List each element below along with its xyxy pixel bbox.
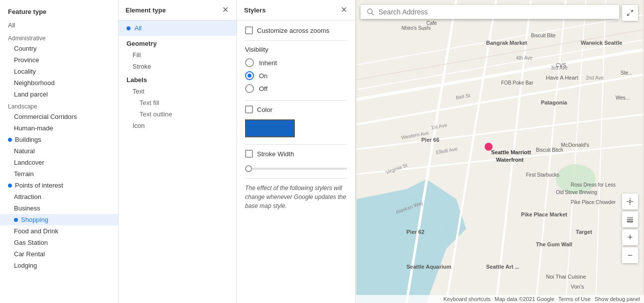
element-section-geometry: Geometry (119, 36, 237, 49)
stroke-width-range[interactable] (245, 168, 347, 170)
svg-point-56 (368, 9, 372, 13)
stroke-width-slider-container (245, 164, 347, 171)
feature-item-food-drink[interactable]: Food and Drink (0, 225, 118, 237)
svg-text:Von's: Von's (571, 284, 584, 290)
svg-text:Pike Place Chowder: Pike Place Chowder (571, 200, 616, 205)
stylers-content: Customize across zooms Visibility Inheri… (237, 20, 355, 216)
feature-item-points-of-interest[interactable]: Points of interest (0, 180, 118, 191)
svg-rect-67 (627, 221, 633, 222)
stylers-panel-header: Stylers ✕ (237, 0, 355, 20)
feature-item-province[interactable]: Province (0, 54, 118, 66)
svg-text:Pier 62: Pier 62 (406, 229, 424, 235)
layers-button[interactable] (622, 211, 638, 227)
divider-2 (245, 100, 347, 101)
svg-point-60 (629, 201, 631, 202)
color-checkbox[interactable] (245, 105, 253, 113)
svg-text:Waterfront: Waterfront (496, 157, 524, 163)
feature-item-landcover[interactable]: Landcover (0, 157, 118, 168)
stroke-width-checkbox[interactable] (245, 150, 253, 158)
keyboard-shortcuts[interactable]: Keyboard shortcuts (443, 296, 491, 302)
zoom-out-button[interactable]: − (622, 247, 638, 263)
stroke-width-label: Stroke Width (257, 150, 294, 158)
svg-rect-65 (627, 217, 633, 218)
svg-text:FOB Poke Bar: FOB Poke Bar (501, 80, 533, 86)
stroke-width-row: Stroke Width (245, 150, 347, 158)
map-footer: Keyboard shortcuts Map data ©2021 Google… (356, 295, 644, 303)
map-area[interactable]: 4th Ave 3rd Ave 2nd Ave Western Ave 1st … (356, 0, 644, 303)
radio-off[interactable]: Off (245, 84, 347, 93)
svg-text:Bangrak Market: Bangrak Market (486, 40, 527, 46)
feature-item-locality[interactable]: Locality (0, 66, 118, 77)
radio-on[interactable]: On (245, 71, 347, 80)
feature-item-car-rental[interactable]: Car Rental (0, 248, 118, 260)
stylers-panel-close[interactable]: ✕ (340, 5, 348, 15)
feature-item-gas-station[interactable]: Gas Station (0, 237, 118, 248)
svg-text:CVS: CVS (556, 63, 566, 68)
element-item-text-outline[interactable]: Text outline (119, 108, 237, 120)
color-swatch-container[interactable] (245, 119, 347, 137)
divider-4 (245, 178, 347, 179)
feature-all[interactable]: All (0, 18, 118, 32)
customize-zooms-label: Customize across zooms (257, 27, 329, 34)
element-item-icon[interactable]: Icon (119, 120, 237, 131)
feature-item-human-made[interactable]: Human-made (0, 122, 118, 134)
customize-zooms-row: Customize across zooms (245, 26, 347, 34)
stylers-panel: Stylers ✕ Customize across zooms Visibil… (237, 0, 356, 303)
feature-item-terrain[interactable]: Terrain (0, 168, 118, 180)
element-item-text-fill[interactable]: Text fill (119, 97, 237, 108)
feature-item-commercial-corridors[interactable]: Commercial Corridors (0, 111, 118, 122)
svg-text:Cafe: Cafe (426, 20, 437, 26)
radio-circle-off (245, 84, 254, 93)
feature-item-country[interactable]: Country (0, 43, 118, 54)
feature-item-attraction[interactable]: Attraction (0, 191, 118, 202)
element-type-panel: Element type ✕ All Geometry Fill Stroke … (119, 0, 237, 303)
search-input[interactable] (379, 8, 613, 16)
color-row: Color (245, 105, 347, 113)
feature-type-panel: Feature type All Administrative Country … (0, 0, 119, 303)
stylers-panel-title: Stylers (244, 6, 265, 14)
svg-point-55 (485, 143, 493, 151)
shopping-dot (14, 218, 18, 222)
element-item-fill[interactable]: Fill (119, 49, 237, 61)
feature-item-shopping[interactable]: Shopping (0, 214, 118, 225)
element-panel-header: Element type ✕ (119, 0, 237, 20)
divider-1 (245, 40, 347, 41)
svg-text:4th Ave: 4th Ave (516, 55, 533, 61)
color-swatch[interactable] (245, 119, 295, 137)
stylers-note: The effect of the following stylers will… (245, 184, 347, 210)
feature-item-land-parcel[interactable]: Land parcel (0, 89, 118, 100)
element-all-item[interactable]: All (119, 20, 237, 36)
map-container[interactable]: 4th Ave 3rd Ave 2nd Ave Western Ave 1st … (356, 0, 644, 303)
map-search-bar[interactable] (361, 5, 619, 19)
element-item-stroke[interactable]: Stroke (119, 61, 237, 72)
svg-text:Ross Dress for Less: Ross Dress for Less (571, 182, 616, 188)
map-controls: + − (622, 194, 638, 263)
radio-label-inherit: Inherit (259, 59, 277, 67)
feature-section-administrative: Administrative (0, 32, 118, 43)
svg-text:Warwick Seattle: Warwick Seattle (581, 40, 622, 46)
svg-text:Noi Thai Cuisine: Noi Thai Cuisine (546, 274, 586, 280)
customize-zooms-checkbox[interactable] (245, 26, 253, 34)
feature-item-natural[interactable]: Natural (0, 145, 118, 157)
svg-text:Seattle Aquarium: Seattle Aquarium (406, 264, 451, 270)
svg-text:Nhiro's Sushi: Nhiro's Sushi (401, 25, 431, 31)
map-svg: 4th Ave 3rd Ave 2nd Ave Western Ave 1st … (356, 0, 644, 303)
map-data-copyright: Map data ©2021 Google (495, 296, 554, 302)
terms-of-use[interactable]: Terms of Use (558, 296, 591, 302)
svg-text:Pike Place Market: Pike Place Market (521, 211, 567, 217)
locate-button[interactable] (622, 194, 638, 209)
svg-text:Biscuit Bitch: Biscuit Bitch (536, 147, 563, 153)
zoom-in-button[interactable]: + (622, 229, 638, 245)
svg-line-58 (631, 10, 633, 12)
svg-line-57 (372, 13, 374, 15)
feature-item-business[interactable]: Business (0, 202, 118, 214)
show-debug-panel[interactable]: Show debug panel (595, 296, 640, 302)
radio-inherit[interactable]: Inherit (245, 58, 347, 67)
element-panel-close[interactable]: ✕ (221, 5, 230, 15)
element-item-text[interactable]: Text (119, 86, 237, 97)
fullscreen-button[interactable] (622, 5, 638, 21)
feature-item-buildings[interactable]: Buildings (0, 134, 118, 145)
visibility-label: Visibility (245, 46, 347, 53)
feature-item-lodging[interactable]: Lodging (0, 260, 118, 271)
feature-item-neighborhood[interactable]: Neighborhood (0, 77, 118, 89)
